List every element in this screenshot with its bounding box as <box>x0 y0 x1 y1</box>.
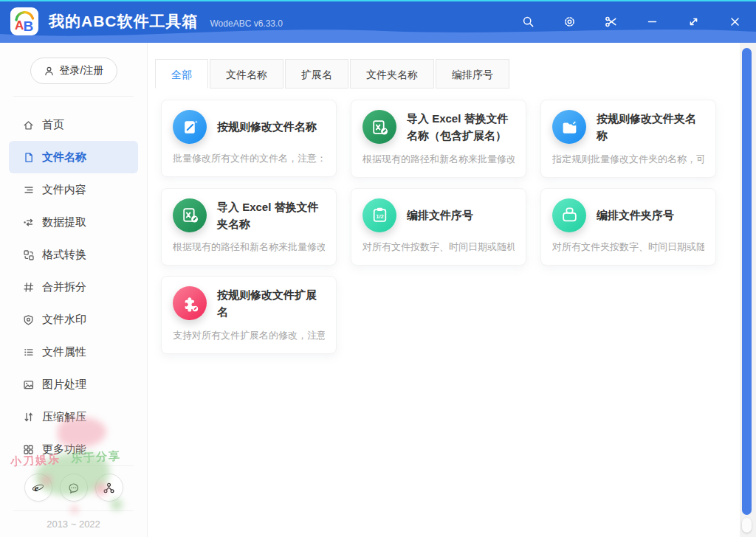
sidebar-item-image-process[interactable]: 图片处理 <box>9 368 138 401</box>
folder-edit-icon <box>552 110 586 144</box>
sidebar-item-label: 文件名称 <box>42 150 86 164</box>
sidebar-item-file-content[interactable]: 文件内容 <box>9 173 138 206</box>
chat-bubble-icon <box>67 482 80 494</box>
share-network-icon <box>103 482 115 494</box>
resize-window-icon[interactable] <box>687 15 700 28</box>
card-change-extension[interactable]: 按规则修改文件扩展名 支持对所有文件扩展名的修改，注意：请 <box>161 276 337 354</box>
tab-all[interactable]: 全部 <box>155 59 208 89</box>
sidebar-item-label: 文件水印 <box>42 313 86 327</box>
sidebar-item-data-extract[interactable]: 数据提取 <box>9 206 138 238</box>
card-description: 根据现有的路径和新名称来批量修改，批 <box>362 153 515 166</box>
sequence-badge: 1/2 <box>376 213 383 220</box>
tab-file-name[interactable]: 文件名称 <box>210 59 284 89</box>
app-logo: A B <box>10 7 38 35</box>
sidebar-item-format-convert[interactable]: 格式转换 <box>9 238 138 271</box>
sidebar-item-file-name[interactable]: 文件名称 <box>9 141 138 173</box>
card-description: 根据现有的路径和新名称来批量修改，批 <box>173 240 325 254</box>
card-title: 按规则修改文件名称 <box>217 118 317 135</box>
logo-letter-a: A <box>15 18 24 32</box>
image-icon <box>22 378 35 391</box>
card-title: 按规则修改文件扩展名 <box>217 286 325 321</box>
hash-icon <box>22 281 35 294</box>
website-browser-button[interactable]: e <box>24 474 52 502</box>
sidebar-item-home[interactable]: 首页 <box>9 108 138 141</box>
sidebar-divider <box>13 465 134 466</box>
app-title: 我的ABC软件工具箱 <box>49 11 199 32</box>
close-icon[interactable] <box>729 15 741 28</box>
sidebar-item-file-attributes[interactable]: 文件属性 <box>9 336 138 368</box>
scrollbar-track <box>740 43 756 537</box>
user-icon <box>44 66 55 77</box>
sidebar-item-label: 压缩解压 <box>42 410 86 424</box>
sidebar-nav: 首页 文件名称 文件内容 数据提取 格式转换 合并拆分 <box>0 108 147 465</box>
settings-gear-icon[interactable] <box>563 15 576 28</box>
titlebar: A B 我的ABC软件工具箱 WodeABC v6.33.0 <box>0 0 756 43</box>
sidebar-item-merge-split[interactable]: 合并拆分 <box>9 271 138 303</box>
search-icon[interactable] <box>522 15 535 28</box>
sidebar-item-label: 合并拆分 <box>42 280 86 294</box>
category-tabs: 全部 文件名称 扩展名 文件夹名称 编排序号 <box>155 59 731 89</box>
card-description: 对所有文件夹按数字、时间日期或随机文 <box>552 240 704 254</box>
scrollbar-thumb[interactable] <box>742 48 752 515</box>
login-register-label: 登录/注册 <box>60 64 104 77</box>
copyright-years: 2013 ~ 2022 <box>0 519 147 530</box>
card-description: 批量修改所有文件的文件名，注意：这里 <box>173 152 325 165</box>
excel-import-icon <box>173 198 207 232</box>
card-description: 对所有文件按数字、时间日期或随机文本 <box>362 240 515 254</box>
sidebar-divider <box>13 510 134 511</box>
file-icon <box>22 151 35 164</box>
sidebar-item-label: 文件内容 <box>42 183 86 197</box>
sidebar-item-label: 格式转换 <box>42 248 86 262</box>
scissors-screenshot-icon[interactable] <box>605 15 617 28</box>
svg-text:e: e <box>35 482 39 493</box>
puzzle-edit-icon <box>173 286 207 320</box>
sequence-clipboard-icon: 1/2 <box>362 198 396 232</box>
login-register-button[interactable]: 登录/注册 <box>30 58 117 84</box>
card-number-files[interactable]: 1/2 编排文件序号 对所有文件按数字、时间日期或随机文本 <box>351 188 526 266</box>
list-lines-icon <box>22 184 35 196</box>
convert-icon <box>22 249 35 261</box>
main-content: 全部 文件名称 扩展名 文件夹名称 编排序号 <box>148 43 756 537</box>
ie-browser-icon: e <box>32 482 44 494</box>
tab-extension[interactable]: 扩展名 <box>285 59 348 89</box>
card-rename-files[interactable]: 按规则修改文件名称 批量修改所有文件的文件名，注意：这里 <box>161 100 337 177</box>
card-description: 指定规则批量修改文件夹的名称，可以批 <box>552 153 704 166</box>
card-title: 按规则修改文件夹名称 <box>597 110 704 145</box>
card-title: 编排文件夹序号 <box>597 207 674 224</box>
sidebar-item-watermark[interactable]: 文件水印 <box>9 303 138 336</box>
tab-folder-name[interactable]: 文件夹名称 <box>350 59 434 89</box>
titlebar-accent-line <box>0 0 756 1</box>
card-excel-rename-folders[interactable]: 导入 Excel 替换文件夹名称 根据现有的路径和新名称来批量修改，批 <box>161 188 337 266</box>
minimize-icon[interactable] <box>646 15 659 28</box>
card-rename-folders[interactable]: 按规则修改文件夹名称 指定规则批量修改文件夹的名称，可以批 <box>540 100 716 178</box>
sidebar-item-label: 图片处理 <box>42 378 86 392</box>
share-network-button[interactable] <box>95 474 123 502</box>
list-bullets-icon <box>22 346 35 358</box>
edit-document-icon <box>173 110 207 144</box>
sidebar-item-compress[interactable]: 压缩解压 <box>9 401 138 433</box>
sidebar-item-label: 数据提取 <box>42 215 86 229</box>
card-number-folders[interactable]: 编排文件夹序号 对所有文件夹按数字、时间日期或随机文 <box>540 188 716 266</box>
tab-sequence[interactable]: 编排序号 <box>436 59 509 89</box>
card-title: 导入 Excel 替换文件夹名称 <box>217 198 325 233</box>
card-title: 编排文件序号 <box>407 207 473 224</box>
sidebar-item-label: 文件属性 <box>42 345 86 359</box>
app-version: WodeABC v6.33.0 <box>210 18 284 29</box>
card-title: 导入 Excel 替换文件名称（包含扩展名） <box>407 110 515 145</box>
scrollbar-end-cap[interactable] <box>742 518 752 533</box>
sidebar-divider <box>13 96 134 97</box>
compress-arrows-icon <box>22 411 35 423</box>
card-description: 支持对所有文件扩展名的修改，注意：请 <box>173 329 325 342</box>
excel-import-icon <box>362 110 396 144</box>
extract-arrows-icon <box>22 216 35 229</box>
sidebar: 登录/注册 首页 文件名称 文件内容 数据提取 格式转换 <box>0 43 148 537</box>
archive-box-icon <box>552 198 586 232</box>
logo-letter-b: B <box>24 18 34 34</box>
sidebar-item-label: 首页 <box>42 118 64 132</box>
card-excel-rename-files[interactable]: 导入 Excel 替换文件名称（包含扩展名） 根据现有的路径和新名称来批量修改，… <box>351 100 526 178</box>
tool-card-grid: 按规则修改文件名称 批量修改所有文件的文件名，注意：这里 导入 Ex <box>161 100 731 354</box>
feedback-chat-button[interactable] <box>60 474 88 502</box>
home-icon <box>22 119 35 131</box>
shield-icon <box>22 313 35 326</box>
